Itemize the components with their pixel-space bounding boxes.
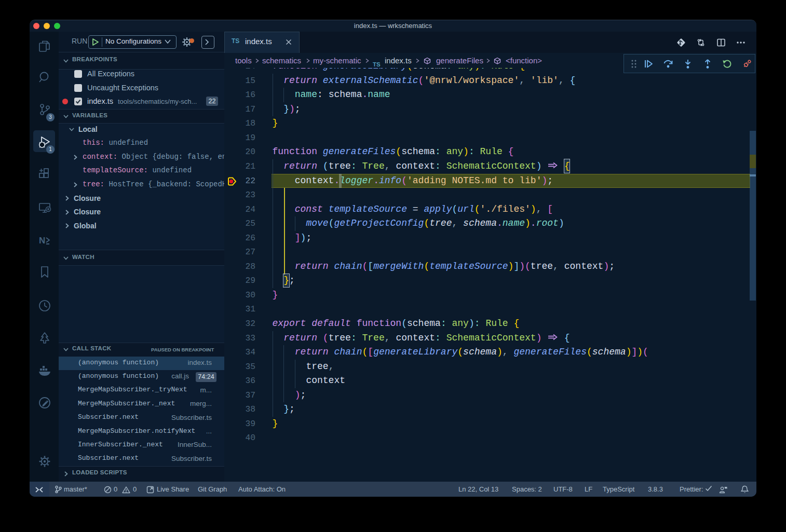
- svg-text:N: N: [39, 236, 45, 245]
